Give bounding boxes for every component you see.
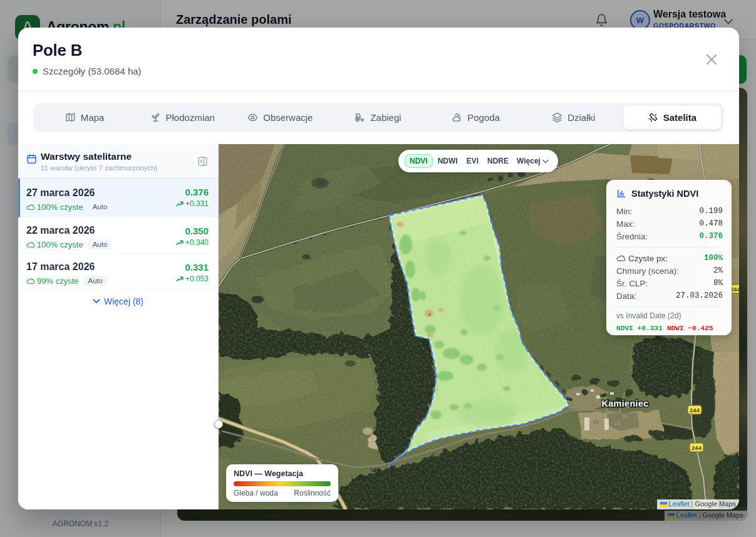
svg-text:244: 244 (730, 286, 739, 293)
svg-text:244: 244 (690, 407, 700, 414)
svg-text:Kamieniec: Kamieniec (601, 399, 648, 409)
svg-text:244: 244 (691, 444, 702, 451)
